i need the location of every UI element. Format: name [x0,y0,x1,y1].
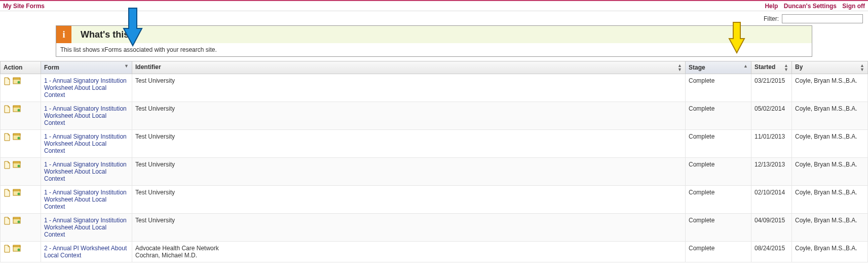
form-link[interactable]: 2 - Annual PI Worksheet About Local Cont… [44,245,127,259]
info-icon: i [56,26,71,43]
started-cell: 12/13/2013 [751,158,792,186]
my-site-forms-link[interactable]: My Site Forms [3,3,45,10]
svg-rect-1 [13,78,20,79]
svg-rect-4 [13,106,20,107]
table-row: 1 - Annual Signatory Institution Workshe… [1,214,868,242]
form-link[interactable]: 1 - Annual Signatory Institution Workshe… [44,105,127,126]
forms-table: Action Form ▼ Identifier ▲▼ Stage ▲ Star… [0,61,868,262]
svg-point-11 [18,165,20,168]
svg-point-8 [18,137,20,140]
form-link[interactable]: 1 - Annual Signatory Institution Workshe… [44,133,127,154]
started-cell: 04/09/2015 [751,214,792,242]
by-cell: Coyle, Bryan M.S.,B.A. [792,74,868,102]
svg-point-14 [18,193,20,195]
sort-both-icon: ▲▼ [860,63,864,72]
svg-rect-13 [13,189,20,191]
identifier-cell: Test University [132,130,686,158]
view-document-icon[interactable] [4,245,11,253]
table-row: 1 - Annual Signatory Institution Workshe… [1,102,868,130]
view-document-icon[interactable] [4,133,11,141]
stage-cell: Complete [686,158,751,186]
open-package-icon[interactable] [13,189,20,197]
sort-both-icon: ▲▼ [784,63,788,72]
col-by-header[interactable]: By ▲▼ [792,61,868,74]
open-package-icon[interactable] [13,133,20,141]
svg-point-17 [18,221,20,223]
by-cell: Coyle, Bryan M.S.,B.A. [792,130,868,158]
sort-indicator-up-icon: ▲ [743,64,748,68]
filter-input[interactable] [782,14,863,23]
svg-rect-10 [13,161,20,163]
form-link[interactable]: 1 - Annual Signatory Institution Workshe… [44,77,127,98]
table-row: 1 - Annual Signatory Institution Workshe… [1,74,868,102]
table-row: 2 - Annual PI Worksheet About Local Cont… [1,242,868,262]
open-package-icon[interactable] [13,77,20,85]
started-cell: 05/02/2014 [751,102,792,130]
info-body: This list shows xForms associated with y… [56,43,812,56]
stage-cell: Complete [686,242,751,262]
sign-off-link[interactable]: Sign off [842,3,865,10]
info-panel: i What's this? This list shows xForms as… [56,25,812,57]
identifier-cell: Advocate Health Care Network Cochran, Mi… [132,242,686,262]
svg-rect-19 [13,245,20,247]
annotation-arrow-yellow [728,21,745,55]
col-identifier-header[interactable]: Identifier ▲▼ [132,61,686,74]
by-cell: Coyle, Bryan M.S.,B.A. [792,186,868,214]
annotation-arrow-blue [123,7,143,48]
svg-rect-16 [13,217,20,219]
table-row: 1 - Annual Signatory Institution Workshe… [1,130,868,158]
started-cell: 11/01/2013 [751,130,792,158]
table-row: 1 - Annual Signatory Institution Workshe… [1,186,868,214]
identifier-cell: Test University [132,102,686,130]
stage-cell: Complete [686,102,751,130]
col-action-header[interactable]: Action [1,61,41,74]
started-cell: 08/24/2015 [751,242,792,262]
view-document-icon[interactable] [4,217,11,225]
col-stage-header[interactable]: Stage ▲ [686,61,751,74]
by-cell: Coyle, Bryan M.S.,B.A. [792,158,868,186]
view-document-icon[interactable] [4,105,11,113]
svg-point-5 [18,109,20,112]
identifier-cell: Test University [132,186,686,214]
by-cell: Coyle, Bryan M.S.,B.A. [792,242,868,262]
stage-cell: Complete [686,74,751,102]
form-link[interactable]: 1 - Annual Signatory Institution Workshe… [44,217,127,238]
identifier-cell: Test University [132,158,686,186]
view-document-icon[interactable] [4,161,11,169]
stage-cell: Complete [686,130,751,158]
stage-cell: Complete [686,186,751,214]
sort-indicator-down-icon: ▼ [124,64,129,68]
open-package-icon[interactable] [13,161,20,169]
filter-label: Filter: [764,15,779,22]
sort-both-icon: ▲▼ [677,63,682,72]
svg-point-2 [18,81,20,84]
started-cell: 02/10/2014 [751,186,792,214]
user-settings-link[interactable]: Duncan's Settings [784,3,837,10]
open-package-icon[interactable] [13,105,20,113]
started-cell: 03/21/2015 [751,74,792,102]
svg-point-20 [18,249,20,251]
by-cell: Coyle, Bryan M.S.,B.A. [792,214,868,242]
svg-rect-7 [13,134,20,135]
table-row: 1 - Annual Signatory Institution Workshe… [1,158,868,186]
open-package-icon[interactable] [13,217,20,225]
view-document-icon[interactable] [4,77,11,85]
col-started-header[interactable]: Started ▲▼ [751,61,792,74]
col-form-header[interactable]: Form ▼ [41,61,132,74]
by-cell: Coyle, Bryan M.S.,B.A. [792,102,868,130]
help-link[interactable]: Help [765,3,778,10]
identifier-cell: Test University [132,74,686,102]
stage-cell: Complete [686,214,751,242]
form-link[interactable]: 1 - Annual Signatory Institution Workshe… [44,189,127,210]
open-package-icon[interactable] [13,245,20,253]
form-link[interactable]: 1 - Annual Signatory Institution Workshe… [44,161,127,182]
identifier-cell: Test University [132,214,686,242]
view-document-icon[interactable] [4,189,11,197]
